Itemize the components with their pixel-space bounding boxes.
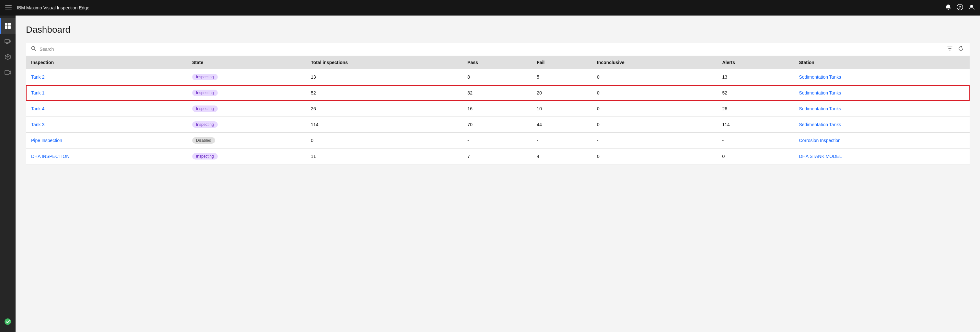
search-input[interactable]	[40, 47, 936, 52]
topbar-icons: ?	[945, 4, 975, 12]
search-wrapper	[26, 43, 941, 56]
cell-fail: 5	[531, 69, 592, 85]
svg-text:?: ?	[959, 5, 961, 10]
cell-alerts: -	[717, 133, 794, 149]
state-badge: Inspecting	[192, 106, 218, 112]
table-row[interactable]: Tank 1 Inspecting 52 32 20 0 52 Sediment…	[26, 85, 970, 101]
user-icon[interactable]	[968, 4, 975, 12]
sidebar-item-dashboard[interactable]	[0, 18, 16, 34]
inspection-link[interactable]: Pipe Inspection	[31, 138, 62, 143]
svg-point-5	[970, 5, 973, 8]
table-row[interactable]: Tank 3 Inspecting 114 70 44 0 114 Sedime…	[26, 117, 970, 133]
cell-fail: 44	[531, 117, 592, 133]
col-header-inconclusive: Inconclusive	[592, 56, 717, 69]
svg-rect-1	[5, 7, 12, 8]
sidebar	[0, 16, 16, 332]
cell-station: Corrosion Inspection	[794, 133, 970, 149]
cell-state: Inspecting	[187, 85, 305, 101]
cell-inconclusive: 0	[592, 117, 717, 133]
svg-rect-10	[5, 40, 10, 43]
table-row[interactable]: Tank 4 Inspecting 26 16 10 0 26 Sediment…	[26, 101, 970, 117]
state-badge: Inspecting	[192, 74, 218, 80]
cell-inconclusive: -	[592, 133, 717, 149]
svg-rect-0	[5, 5, 12, 5]
cell-total: 26	[305, 101, 462, 117]
cell-pass: -	[462, 133, 531, 149]
station-link[interactable]: Sedimentation Tanks	[799, 122, 841, 127]
page-title: Dashboard	[26, 25, 970, 35]
cell-inspection: DHA INSPECTION	[26, 149, 187, 164]
inspection-link[interactable]: Tank 3	[31, 122, 45, 127]
sidebar-item-models[interactable]	[0, 49, 16, 65]
svg-rect-8	[5, 26, 8, 29]
inspection-link[interactable]: Tank 1	[31, 90, 45, 95]
cell-state: Disabled	[187, 133, 305, 149]
notification-icon[interactable]	[945, 4, 951, 12]
svg-rect-6	[5, 23, 8, 25]
cell-station: Sedimentation Tanks	[794, 69, 970, 85]
cell-fail: -	[531, 133, 592, 149]
cell-inconclusive: 0	[592, 69, 717, 85]
cell-total: 52	[305, 85, 462, 101]
cell-total: 114	[305, 117, 462, 133]
cell-fail: 10	[531, 101, 592, 117]
sidebar-item-devices[interactable]	[0, 34, 16, 49]
cell-alerts: 114	[717, 117, 794, 133]
inspection-link[interactable]: Tank 4	[31, 106, 45, 111]
cell-pass: 16	[462, 101, 531, 117]
table-row[interactable]: Pipe Inspection Disabled 0 - - - - Corro…	[26, 133, 970, 149]
cell-pass: 70	[462, 117, 531, 133]
state-badge: Disabled	[192, 137, 215, 144]
station-link[interactable]: Corrosion Inspection	[799, 138, 840, 143]
topbar: IBM Maximo Visual Inspection Edge ?	[0, 0, 980, 16]
page-header: Dashboard	[16, 16, 980, 35]
table-row[interactable]: Tank 2 Inspecting 13 8 5 0 13 Sedimentat…	[26, 69, 970, 85]
cell-state: Inspecting	[187, 69, 305, 85]
svg-rect-9	[8, 26, 11, 29]
cell-inconclusive: 0	[592, 101, 717, 117]
svg-point-14	[5, 318, 11, 325]
col-header-pass: Pass	[462, 56, 531, 69]
station-link[interactable]: DHA STANK MODEL	[799, 154, 842, 159]
svg-rect-11	[6, 43, 8, 43]
col-header-fail: Fail	[531, 56, 592, 69]
search-toolbar	[26, 43, 970, 56]
main-content: Dashboard	[16, 16, 980, 332]
station-link[interactable]: Sedimentation Tanks	[799, 90, 841, 95]
sidebar-item-video[interactable]	[0, 65, 16, 80]
help-icon[interactable]: ?	[957, 4, 963, 12]
cell-alerts: 0	[717, 149, 794, 164]
cell-pass: 7	[462, 149, 531, 164]
inspection-link[interactable]: Tank 2	[31, 74, 45, 80]
cell-state: Inspecting	[187, 149, 305, 164]
inspection-link[interactable]: DHA INSPECTION	[31, 154, 69, 159]
menu-icon[interactable]	[5, 4, 12, 12]
cell-inspection: Tank 1	[26, 85, 187, 101]
cell-inconclusive: 0	[592, 149, 717, 164]
app-title: IBM Maximo Visual Inspection Edge	[17, 5, 945, 10]
table-header-row: Inspection State Total inspections Pass …	[26, 56, 970, 69]
cell-total: 11	[305, 149, 462, 164]
cell-total: 13	[305, 69, 462, 85]
refresh-button[interactable]	[956, 44, 966, 55]
col-header-total: Total inspections	[305, 56, 462, 69]
sidebar-status	[0, 314, 16, 329]
cell-inspection: Pipe Inspection	[26, 133, 187, 149]
cell-station: Sedimentation Tanks	[794, 117, 970, 133]
inspections-table: Inspection State Total inspections Pass …	[26, 56, 970, 164]
cell-station: Sedimentation Tanks	[794, 101, 970, 117]
table-row[interactable]: DHA INSPECTION Inspecting 11 7 4 0 0 DHA…	[26, 149, 970, 164]
filter-button[interactable]	[945, 44, 955, 55]
cell-pass: 8	[462, 69, 531, 85]
search-actions	[941, 44, 970, 55]
cell-inspection: Tank 2	[26, 69, 187, 85]
state-badge: Inspecting	[192, 153, 218, 160]
cell-state: Inspecting	[187, 101, 305, 117]
col-header-alerts: Alerts	[717, 56, 794, 69]
col-header-inspection: Inspection	[26, 56, 187, 69]
state-badge: Inspecting	[192, 121, 218, 128]
dashboard-table-section: Inspection State Total inspections Pass …	[26, 43, 970, 164]
station-link[interactable]: Sedimentation Tanks	[799, 74, 841, 80]
station-link[interactable]: Sedimentation Tanks	[799, 106, 841, 111]
col-header-state: State	[187, 56, 305, 69]
